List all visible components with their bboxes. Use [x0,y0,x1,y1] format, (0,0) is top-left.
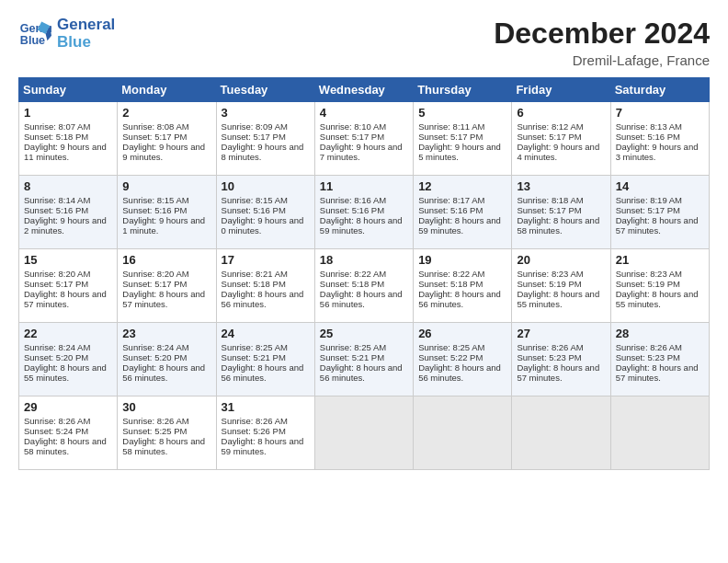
day-number: 7 [616,106,705,120]
sunset-text: Sunset: 5:26 PM [222,426,311,436]
calendar-week-row: 29Sunrise: 8:26 AMSunset: 5:24 PMDayligh… [19,396,710,470]
daylight-text: Daylight: 8 hours and 55 minutes. [616,289,705,309]
sunrise-text: Sunrise: 8:26 AM [616,342,705,352]
daylight-text: Daylight: 9 hours and 1 minute. [122,215,211,236]
location-title: Dremil-Lafage, France [494,52,710,68]
day-number: 19 [418,253,507,267]
sunset-text: Sunset: 5:20 PM [24,352,113,362]
day-number: 6 [517,106,606,120]
calendar-header-row: Sunday Monday Tuesday Wednesday Thursday… [19,78,710,102]
sunrise-text: Sunrise: 8:22 AM [418,269,507,279]
sunset-text: Sunset: 5:17 PM [418,132,507,142]
day-number: 5 [418,106,507,120]
sunrise-text: Sunrise: 8:13 AM [616,121,705,132]
table-row: 30Sunrise: 8:26 AMSunset: 5:25 PMDayligh… [118,396,216,470]
table-row: 5Sunrise: 8:11 AMSunset: 5:17 PMDaylight… [414,102,512,176]
daylight-text: Daylight: 8 hours and 57 minutes. [24,289,113,309]
sunset-text: Sunset: 5:21 PM [320,352,409,362]
table-row: 11Sunrise: 8:16 AMSunset: 5:16 PMDayligh… [314,176,413,249]
daylight-text: Daylight: 9 hours and 7 minutes. [320,142,409,162]
table-row: 17Sunrise: 8:21 AMSunset: 5:18 PMDayligh… [216,249,314,323]
day-number: 3 [222,106,311,120]
table-row: 28Sunrise: 8:26 AMSunset: 5:23 PMDayligh… [610,323,709,396]
daylight-text: Daylight: 8 hours and 57 minutes. [616,362,705,383]
daylight-text: Daylight: 8 hours and 59 minutes. [418,215,507,236]
sunset-text: Sunset: 5:19 PM [517,279,606,289]
table-row: 24Sunrise: 8:25 AMSunset: 5:21 PMDayligh… [216,323,314,396]
day-number: 27 [517,327,606,340]
sunset-text: Sunset: 5:16 PM [418,205,507,215]
table-row: 18Sunrise: 8:22 AMSunset: 5:18 PMDayligh… [314,249,413,323]
sunset-text: Sunset: 5:18 PM [222,279,311,289]
daylight-text: Daylight: 8 hours and 56 minutes. [222,362,311,383]
daylight-text: Daylight: 8 hours and 59 minutes. [320,215,409,236]
col-monday: Monday [118,78,216,102]
col-sunday: Sunday [19,78,118,102]
table-row: 7Sunrise: 8:13 AMSunset: 5:16 PMDaylight… [610,102,709,176]
sunset-text: Sunset: 5:16 PM [616,132,705,142]
sunset-text: Sunset: 5:17 PM [24,279,113,289]
page: General Blue General Blue December 2024 … [0,0,728,563]
sunset-text: Sunset: 5:16 PM [222,205,311,215]
calendar-table: Sunday Monday Tuesday Wednesday Thursday… [18,77,710,470]
sunset-text: Sunset: 5:17 PM [517,205,606,215]
table-row [512,396,610,470]
sunrise-text: Sunrise: 8:21 AM [222,269,311,279]
sunset-text: Sunset: 5:20 PM [122,352,211,362]
sunrise-text: Sunrise: 8:08 AM [122,121,211,132]
day-number: 22 [24,327,113,340]
daylight-text: Daylight: 8 hours and 58 minutes. [24,436,113,456]
day-number: 15 [24,253,113,267]
sunrise-text: Sunrise: 8:23 AM [517,269,606,279]
sunset-text: Sunset: 5:16 PM [24,205,113,215]
table-row: 23Sunrise: 8:24 AMSunset: 5:20 PMDayligh… [118,323,216,396]
sunset-text: Sunset: 5:17 PM [122,279,211,289]
daylight-text: Daylight: 9 hours and 3 minutes. [616,142,705,162]
table-row: 19Sunrise: 8:22 AMSunset: 5:18 PMDayligh… [414,249,512,323]
sunrise-text: Sunrise: 8:26 AM [222,416,311,426]
day-number: 25 [320,327,409,340]
sunrise-text: Sunrise: 8:12 AM [517,121,606,132]
header-area: General Blue General Blue December 2024 … [18,17,710,68]
sunrise-text: Sunrise: 8:11 AM [418,121,507,132]
table-row: 8Sunrise: 8:14 AMSunset: 5:16 PMDaylight… [19,176,118,249]
table-row: 26Sunrise: 8:25 AMSunset: 5:22 PMDayligh… [414,323,512,396]
table-row: 16Sunrise: 8:20 AMSunset: 5:17 PMDayligh… [118,249,216,323]
table-row: 31Sunrise: 8:26 AMSunset: 5:26 PMDayligh… [216,396,314,470]
day-number: 29 [24,400,113,414]
sunrise-text: Sunrise: 8:09 AM [222,121,311,132]
sunrise-text: Sunrise: 8:18 AM [517,195,606,205]
table-row: 10Sunrise: 8:15 AMSunset: 5:16 PMDayligh… [216,176,314,249]
sunrise-text: Sunrise: 8:26 AM [24,416,113,426]
calendar-week-row: 8Sunrise: 8:14 AMSunset: 5:16 PMDaylight… [19,176,710,249]
table-row: 9Sunrise: 8:15 AMSunset: 5:16 PMDaylight… [118,176,216,249]
table-row: 25Sunrise: 8:25 AMSunset: 5:21 PMDayligh… [314,323,413,396]
calendar-week-row: 15Sunrise: 8:20 AMSunset: 5:17 PMDayligh… [19,249,710,323]
table-row: 21Sunrise: 8:23 AMSunset: 5:19 PMDayligh… [610,249,709,323]
sunrise-text: Sunrise: 8:24 AM [24,342,113,352]
sunset-text: Sunset: 5:18 PM [418,279,507,289]
day-number: 14 [616,179,705,193]
daylight-text: Daylight: 8 hours and 56 minutes. [320,289,409,309]
daylight-text: Daylight: 9 hours and 11 minutes. [24,142,113,162]
daylight-text: Daylight: 8 hours and 57 minutes. [517,362,606,383]
sunset-text: Sunset: 5:23 PM [517,352,606,362]
month-title: December 2024 [494,17,710,51]
sunset-text: Sunset: 5:17 PM [517,132,606,142]
sunset-text: Sunset: 5:16 PM [122,205,211,215]
daylight-text: Daylight: 9 hours and 9 minutes. [122,142,211,162]
svg-text:Blue: Blue [20,33,45,46]
day-number: 24 [222,327,311,340]
table-row: 29Sunrise: 8:26 AMSunset: 5:24 PMDayligh… [19,396,118,470]
daylight-text: Daylight: 9 hours and 5 minutes. [418,142,507,162]
col-saturday: Saturday [610,78,709,102]
table-row: 2Sunrise: 8:08 AMSunset: 5:17 PMDaylight… [118,102,216,176]
day-number: 30 [122,400,211,414]
daylight-text: Daylight: 8 hours and 56 minutes. [320,362,409,383]
sunrise-text: Sunrise: 8:23 AM [616,269,705,279]
day-number: 28 [616,327,705,340]
table-row: 4Sunrise: 8:10 AMSunset: 5:17 PMDaylight… [314,102,413,176]
day-number: 4 [320,106,409,120]
table-row: 14Sunrise: 8:19 AMSunset: 5:17 PMDayligh… [610,176,709,249]
daylight-text: Daylight: 9 hours and 0 minutes. [222,215,311,236]
